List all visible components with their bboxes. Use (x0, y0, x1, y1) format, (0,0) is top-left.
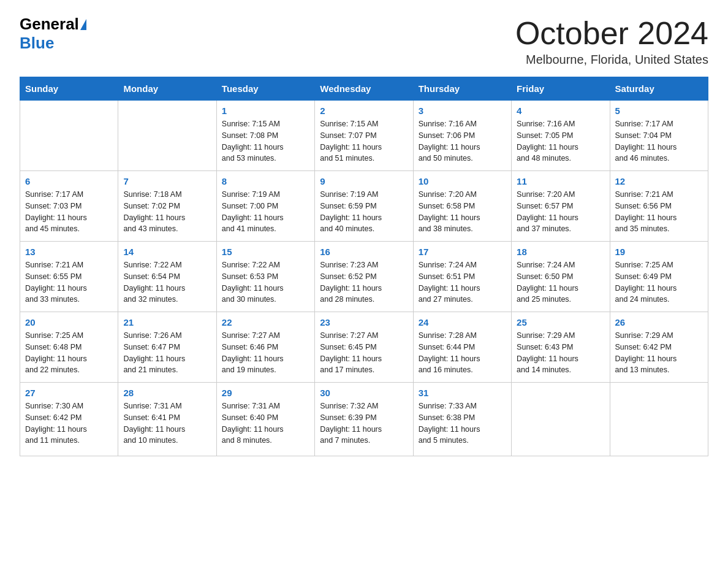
calendar-cell: 24Sunrise: 7:28 AMSunset: 6:44 PMDayligh… (413, 312, 511, 383)
day-number: 25 (517, 317, 604, 327)
calendar-cell (118, 101, 216, 171)
day-number: 23 (320, 317, 408, 327)
day-info: Sunrise: 7:21 AMSunset: 6:56 PMDaylight:… (615, 189, 703, 235)
day-number: 17 (419, 247, 506, 257)
calendar-cell: 19Sunrise: 7:25 AMSunset: 6:49 PMDayligh… (610, 242, 708, 312)
calendar-cell (20, 101, 118, 171)
location: Melbourne, Florida, United States (515, 53, 708, 67)
day-info: Sunrise: 7:19 AMSunset: 7:00 PMDaylight:… (222, 189, 309, 235)
calendar-cell: 7Sunrise: 7:18 AMSunset: 7:02 PMDaylight… (118, 171, 216, 242)
calendar-cell: 8Sunrise: 7:19 AMSunset: 7:00 PMDaylight… (216, 171, 314, 242)
day-info: Sunrise: 7:27 AMSunset: 6:46 PMDaylight:… (222, 330, 309, 376)
day-number: 8 (222, 176, 309, 186)
calendar-cell: 6Sunrise: 7:17 AMSunset: 7:03 PMDaylight… (20, 171, 118, 242)
calendar-week-row: 20Sunrise: 7:25 AMSunset: 6:48 PMDayligh… (20, 312, 708, 383)
calendar-cell (512, 383, 610, 456)
calendar-week-row: 6Sunrise: 7:17 AMSunset: 7:03 PMDaylight… (20, 171, 708, 242)
day-info: Sunrise: 7:31 AMSunset: 6:40 PMDaylight:… (222, 400, 309, 446)
day-number: 3 (419, 105, 506, 116)
day-number: 24 (419, 317, 506, 327)
calendar-cell: 3Sunrise: 7:16 AMSunset: 7:06 PMDaylight… (413, 101, 511, 171)
logo-blue: Blue (20, 34, 54, 53)
day-info: Sunrise: 7:22 AMSunset: 6:53 PMDaylight:… (222, 259, 309, 305)
day-info: Sunrise: 7:33 AMSunset: 6:38 PMDaylight:… (419, 400, 506, 446)
day-number: 1 (222, 105, 309, 116)
page-header: General Blue October 2024 Melbourne, Flo… (20, 15, 708, 67)
calendar-cell: 30Sunrise: 7:32 AMSunset: 6:39 PMDayligh… (315, 383, 413, 456)
day-number: 30 (320, 388, 408, 398)
day-number: 15 (222, 247, 309, 257)
day-info: Sunrise: 7:32 AMSunset: 6:39 PMDaylight:… (320, 400, 408, 446)
calendar-cell: 28Sunrise: 7:31 AMSunset: 6:41 PMDayligh… (118, 383, 216, 456)
day-info: Sunrise: 7:18 AMSunset: 7:02 PMDaylight:… (123, 189, 211, 235)
day-info: Sunrise: 7:28 AMSunset: 6:44 PMDaylight:… (419, 330, 506, 376)
day-number: 16 (320, 247, 408, 257)
calendar-cell: 29Sunrise: 7:31 AMSunset: 6:40 PMDayligh… (216, 383, 314, 456)
weekday-header-tuesday: Tuesday (216, 77, 314, 101)
day-info: Sunrise: 7:26 AMSunset: 6:47 PMDaylight:… (123, 330, 211, 376)
day-info: Sunrise: 7:25 AMSunset: 6:48 PMDaylight:… (25, 330, 113, 376)
calendar-cell: 26Sunrise: 7:29 AMSunset: 6:42 PMDayligh… (610, 312, 708, 383)
weekday-header-thursday: Thursday (413, 77, 511, 101)
day-info: Sunrise: 7:25 AMSunset: 6:49 PMDaylight:… (615, 259, 703, 305)
weekday-header-row: SundayMondayTuesdayWednesdayThursdayFrid… (20, 77, 708, 101)
day-number: 19 (615, 247, 703, 257)
day-info: Sunrise: 7:17 AMSunset: 7:03 PMDaylight:… (25, 189, 113, 235)
day-info: Sunrise: 7:24 AMSunset: 6:50 PMDaylight:… (517, 259, 604, 305)
day-info: Sunrise: 7:15 AMSunset: 7:07 PMDaylight:… (320, 118, 408, 164)
calendar-cell: 21Sunrise: 7:26 AMSunset: 6:47 PMDayligh… (118, 312, 216, 383)
calendar-week-row: 27Sunrise: 7:30 AMSunset: 6:42 PMDayligh… (20, 383, 708, 456)
calendar-table: SundayMondayTuesdayWednesdayThursdayFrid… (20, 77, 708, 456)
calendar-cell: 11Sunrise: 7:20 AMSunset: 6:57 PMDayligh… (512, 171, 610, 242)
day-number: 26 (615, 317, 703, 327)
day-number: 12 (615, 176, 703, 186)
day-info: Sunrise: 7:19 AMSunset: 6:59 PMDaylight:… (320, 189, 408, 235)
day-number: 4 (517, 105, 604, 116)
logo-general: General (20, 15, 86, 34)
weekday-header-sunday: Sunday (20, 77, 118, 101)
day-number: 9 (320, 176, 408, 186)
day-info: Sunrise: 7:31 AMSunset: 6:41 PMDaylight:… (123, 400, 211, 446)
logo-triangle-icon (80, 19, 86, 30)
title-block: October 2024 Melbourne, Florida, United … (515, 15, 708, 67)
day-number: 31 (419, 388, 506, 398)
day-info: Sunrise: 7:16 AMSunset: 7:06 PMDaylight:… (419, 118, 506, 164)
day-info: Sunrise: 7:22 AMSunset: 6:54 PMDaylight:… (123, 259, 211, 305)
day-number: 5 (615, 105, 703, 116)
day-info: Sunrise: 7:15 AMSunset: 7:08 PMDaylight:… (222, 118, 309, 164)
day-info: Sunrise: 7:16 AMSunset: 7:05 PMDaylight:… (517, 118, 604, 164)
calendar-cell: 1Sunrise: 7:15 AMSunset: 7:08 PMDaylight… (216, 101, 314, 171)
day-number: 27 (25, 388, 113, 398)
day-number: 29 (222, 388, 309, 398)
day-number: 7 (123, 176, 211, 186)
day-number: 2 (320, 105, 408, 116)
day-info: Sunrise: 7:17 AMSunset: 7:04 PMDaylight:… (615, 118, 703, 164)
weekday-header-saturday: Saturday (610, 77, 708, 101)
calendar-cell: 25Sunrise: 7:29 AMSunset: 6:43 PMDayligh… (512, 312, 610, 383)
day-info: Sunrise: 7:27 AMSunset: 6:45 PMDaylight:… (320, 330, 408, 376)
weekday-header-wednesday: Wednesday (315, 77, 413, 101)
day-info: Sunrise: 7:23 AMSunset: 6:52 PMDaylight:… (320, 259, 408, 305)
calendar-cell: 10Sunrise: 7:20 AMSunset: 6:58 PMDayligh… (413, 171, 511, 242)
day-info: Sunrise: 7:24 AMSunset: 6:51 PMDaylight:… (419, 259, 506, 305)
logo: General Blue (20, 15, 86, 53)
calendar-cell: 2Sunrise: 7:15 AMSunset: 7:07 PMDaylight… (315, 101, 413, 171)
calendar-cell: 17Sunrise: 7:24 AMSunset: 6:51 PMDayligh… (413, 242, 511, 312)
calendar-cell: 27Sunrise: 7:30 AMSunset: 6:42 PMDayligh… (20, 383, 118, 456)
day-info: Sunrise: 7:29 AMSunset: 6:43 PMDaylight:… (517, 330, 604, 376)
day-number: 11 (517, 176, 604, 186)
weekday-header-monday: Monday (118, 77, 216, 101)
day-number: 6 (25, 176, 113, 186)
calendar-cell: 20Sunrise: 7:25 AMSunset: 6:48 PMDayligh… (20, 312, 118, 383)
day-number: 21 (123, 317, 211, 327)
day-number: 14 (123, 247, 211, 257)
calendar-cell: 9Sunrise: 7:19 AMSunset: 6:59 PMDaylight… (315, 171, 413, 242)
day-info: Sunrise: 7:30 AMSunset: 6:42 PMDaylight:… (25, 400, 113, 446)
calendar-cell (610, 383, 708, 456)
month-title: October 2024 (515, 15, 708, 52)
day-number: 13 (25, 247, 113, 257)
calendar-cell: 23Sunrise: 7:27 AMSunset: 6:45 PMDayligh… (315, 312, 413, 383)
calendar-week-row: 13Sunrise: 7:21 AMSunset: 6:55 PMDayligh… (20, 242, 708, 312)
calendar-cell: 5Sunrise: 7:17 AMSunset: 7:04 PMDaylight… (610, 101, 708, 171)
calendar-body: 1Sunrise: 7:15 AMSunset: 7:08 PMDaylight… (20, 101, 708, 456)
